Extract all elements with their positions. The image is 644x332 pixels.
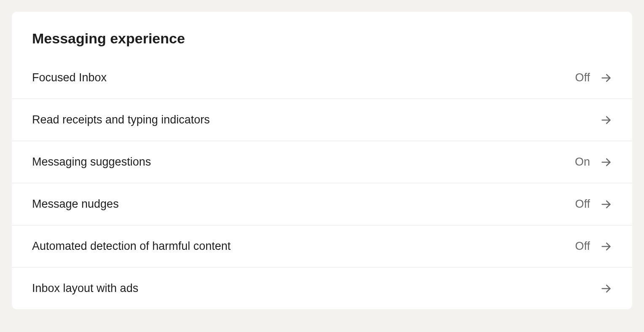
setting-status: Off bbox=[575, 240, 590, 253]
setting-label: Messaging suggestions bbox=[32, 155, 151, 169]
setting-label: Message nudges bbox=[32, 198, 119, 211]
setting-right: Off bbox=[575, 240, 612, 253]
setting-right: On bbox=[575, 155, 612, 169]
arrow-right-icon bbox=[600, 241, 612, 252]
arrow-right-icon bbox=[600, 198, 612, 210]
section-title: Messaging experience bbox=[12, 12, 632, 57]
setting-right: Off bbox=[575, 198, 612, 211]
setting-message-nudges[interactable]: Message nudges Off bbox=[12, 183, 632, 225]
setting-harmful-content-detection[interactable]: Automated detection of harmful content O… bbox=[12, 225, 632, 267]
setting-label: Inbox layout with ads bbox=[32, 282, 138, 295]
setting-right bbox=[590, 114, 612, 126]
setting-right bbox=[590, 283, 612, 295]
setting-label: Read receipts and typing indicators bbox=[32, 113, 210, 126]
setting-right: Off bbox=[575, 71, 612, 84]
setting-status: Off bbox=[575, 71, 590, 84]
setting-read-receipts[interactable]: Read receipts and typing indicators bbox=[12, 99, 632, 141]
setting-inbox-layout-ads[interactable]: Inbox layout with ads bbox=[12, 267, 632, 309]
setting-label: Focused Inbox bbox=[32, 71, 107, 84]
setting-messaging-suggestions[interactable]: Messaging suggestions On bbox=[12, 141, 632, 183]
arrow-right-icon bbox=[600, 156, 612, 168]
arrow-right-icon bbox=[600, 72, 612, 84]
setting-focused-inbox[interactable]: Focused Inbox Off bbox=[12, 57, 632, 99]
setting-status: Off bbox=[575, 198, 590, 211]
arrow-right-icon bbox=[600, 114, 612, 126]
settings-list: Focused Inbox Off Read receipts and typi… bbox=[12, 57, 632, 309]
setting-status: On bbox=[575, 155, 590, 169]
setting-label: Automated detection of harmful content bbox=[32, 240, 231, 253]
arrow-right-icon bbox=[600, 283, 612, 295]
settings-card: Messaging experience Focused Inbox Off R… bbox=[12, 12, 632, 309]
